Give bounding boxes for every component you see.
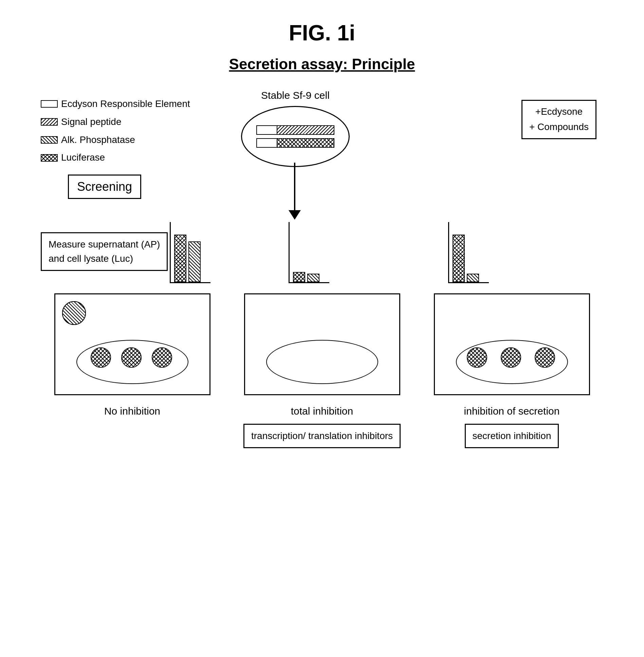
inhibitor-box-transcription: transcription/ translation inhibitors [243,424,401,448]
measure-text: Measure supernatant (AP)and cell lysate … [49,239,160,264]
chart-inner-2 [289,222,329,283]
screening-box: Screening [68,175,141,199]
bar-cross-short [293,272,305,282]
label-secretion-inhibition: inhibition of secretion [464,404,560,418]
cross-circle-3b [501,347,521,368]
circle-diag-4 [62,301,86,325]
chart-total-inhibition [289,222,329,283]
cell-ellipse [241,106,350,167]
bar-diag-short [307,274,319,282]
inhibitor-text-secretion: secretion inhibition [473,431,551,441]
ecdysone-text: +Ecdysone+ Compounds [529,106,589,132]
gene-bar-1 [256,125,334,135]
bar-cross [277,139,334,147]
legend-item-luc: Luciferase [41,150,190,165]
label-total-inhibition: total inhibition [291,404,353,418]
cross-circle-1b [121,347,142,368]
legend-label-ecdyson: Ecdyson Responsible Element [61,96,190,112]
chart-secretion-inhibition [448,222,489,283]
assay-title: Secretion assay: Principle [20,56,624,73]
cross-circle-1a [91,347,111,368]
arrow-head [289,210,301,220]
legend-item-alk: Alk. Phosphatase [41,132,190,148]
legend-item-ecdyson: Ecdyson Responsible Element [41,96,190,112]
cell-label: Stable Sf-9 cell [261,90,330,101]
cross-circle-3c [535,347,555,368]
legend-label-signal: Signal peptide [61,114,121,130]
scenario-secretion-inhibition: inhibition of secretion secretion inhibi… [427,293,597,448]
gene-bar-2 [256,138,334,148]
bar-diagonal [277,126,334,134]
chart-no-inhibition [170,222,210,283]
ecdysone-box: +Ecdysone+ Compounds [521,100,596,139]
scenario-ellipse-1 [76,340,188,384]
page-container: FIG. 1i Secretion assay: Principle Ecdys… [0,0,644,657]
swatch-plain [41,100,58,108]
bar-plain [257,126,277,134]
swatch-diagonal [41,118,58,126]
legend-label-alk: Alk. Phosphatase [61,132,135,148]
scenario-no-inhibition: No inhibition [48,293,217,418]
chart-inner-1 [170,222,210,283]
inhibitor-box-secretion: secretion inhibition [465,424,559,448]
scenario-total-inhibition: total inhibition transcription/ translat… [237,293,407,448]
bar-cross-tall [174,235,186,282]
measure-box: Measure supernatant (AP)and cell lysate … [41,232,168,271]
scenario-box-1 [54,293,210,395]
cross-circle-1c [152,347,172,368]
scenario-box-3 [434,293,590,395]
label-no-inhibition: No inhibition [104,404,160,418]
cell-section: Stable Sf-9 cell [241,90,350,167]
bar-diag-tall [188,241,201,282]
legend-label-luc: Luciferase [61,150,105,165]
scenario-box-2 [244,293,400,395]
bar-cross-tall-3 [453,235,465,282]
bar-diag-short-3 [467,274,479,282]
inhibitor-text-transcription: transcription/ translation inhibitors [251,431,393,441]
scenario-ellipse-3 [456,340,568,384]
arrow-down-main [289,163,301,220]
legend: Ecdyson Responsible Element Signal pepti… [41,96,190,168]
scenarios-row: No inhibition total inhibition transcrip… [20,293,624,448]
cross-circle-3a [467,347,487,368]
arrow-shaft [294,163,295,210]
swatch-hz-diag [41,136,58,144]
scenario-ellipse-2 [266,340,378,384]
fig-title: FIG. 1i [20,20,624,45]
bar-plain2 [257,139,277,147]
chart-inner-3 [448,222,489,283]
screening-label: Screening [77,180,132,194]
swatch-cross [41,154,58,162]
legend-item-signal: Signal peptide [41,114,190,130]
